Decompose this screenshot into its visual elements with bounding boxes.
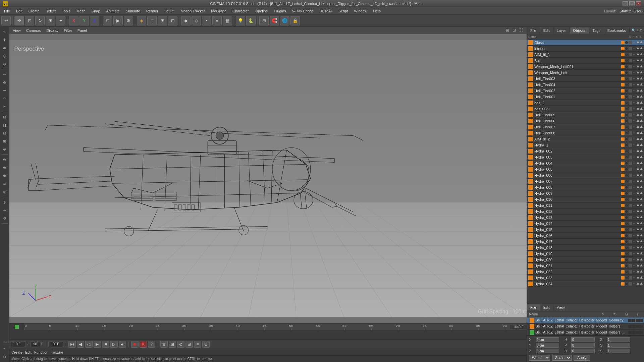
render-settings-button[interactable]: ⚙ xyxy=(124,16,133,25)
lock-button[interactable]: 🔒 xyxy=(290,16,300,25)
object-list-item[interactable]: bolt_2× xyxy=(527,100,644,106)
left-polygon-tool[interactable]: ⬡ xyxy=(1,52,8,60)
transform-button[interactable]: ⊞ xyxy=(46,16,55,25)
obj-render-dot[interactable] xyxy=(629,125,632,129)
obj-visibility-dot[interactable] xyxy=(625,65,628,68)
prev-frame-button[interactable]: ◀ xyxy=(77,341,84,348)
left-spline-tool[interactable]: 〜 xyxy=(1,87,8,94)
scale-dropdown[interactable]: Scale xyxy=(552,355,572,361)
left-cloner-tool[interactable]: ⊕ xyxy=(1,172,8,179)
obj-lock-dot[interactable]: × xyxy=(632,252,636,255)
object-list-item[interactable]: Hydra_024× xyxy=(527,281,644,287)
object-list-item[interactable]: Hydra_014× xyxy=(527,221,644,227)
obj-visibility-dot[interactable] xyxy=(625,222,628,225)
object-list-item[interactable]: Weapon_Mech_Left× xyxy=(527,70,644,76)
x-axis-button[interactable]: X xyxy=(69,16,78,25)
left-array-tool[interactable]: ⊛ xyxy=(1,164,8,171)
obj-visibility-dot[interactable] xyxy=(625,246,628,249)
obj-render-dot[interactable] xyxy=(629,119,632,123)
obj-lock-dot[interactable]: × xyxy=(632,186,636,189)
obj-render-dot[interactable] xyxy=(629,234,632,237)
record-button[interactable]: ⏺ xyxy=(131,341,139,348)
obj-visibility-dot[interactable] xyxy=(625,95,628,99)
object-mode-button[interactable]: □ xyxy=(103,16,112,25)
menu-select[interactable]: Select xyxy=(43,8,59,14)
obj-lock-dot[interactable]: × xyxy=(632,270,636,274)
obj-visibility-dot[interactable] xyxy=(625,192,628,195)
rotate-tool-button[interactable]: ↻ xyxy=(35,16,45,25)
scale-tool-button[interactable]: ⊡ xyxy=(25,16,34,25)
obj-visibility-dot[interactable] xyxy=(625,107,628,111)
top-view-btn[interactable]: ⊤ xyxy=(147,16,157,25)
obj-visibility-dot[interactable] xyxy=(625,282,628,286)
snap-button[interactable]: 🧲 xyxy=(270,16,279,25)
left-layer-tool[interactable]: ≡ xyxy=(1,345,8,353)
menu-create[interactable]: Create xyxy=(26,8,42,14)
obj-visibility-dot[interactable] xyxy=(625,101,628,105)
obj-render-dot[interactable] xyxy=(629,59,632,62)
obj-visibility-dot[interactable] xyxy=(625,119,628,123)
obj-visibility-dot[interactable] xyxy=(625,270,628,274)
obj-render-dot[interactable] xyxy=(629,216,632,219)
obj-visibility-dot[interactable] xyxy=(625,59,628,62)
viewport-canvas[interactable]: X Y Z Perspective Grid Spacing : 100 cm xyxy=(9,34,527,323)
obj-visibility-dot[interactable] xyxy=(625,137,628,141)
obj-visibility-dot[interactable] xyxy=(625,234,628,237)
object-list-item[interactable]: Bolt× xyxy=(527,58,644,64)
poly-mode-button[interactable]: ◆ xyxy=(181,16,191,25)
obj-visibility-dot[interactable] xyxy=(625,252,628,255)
left-bevel-tool[interactable]: ◨ xyxy=(1,121,8,129)
menu-help[interactable]: Help xyxy=(371,8,384,14)
python-button[interactable]: 🐍 xyxy=(246,16,256,25)
timeline-ruler[interactable]: 0 5 10 15 20 25 30 35 40 45 50 xyxy=(9,323,527,330)
obj-visibility-dot[interactable] xyxy=(625,210,628,213)
obj-visibility-dot[interactable] xyxy=(625,174,628,177)
obj-lock-dot[interactable]: × xyxy=(632,258,636,261)
viewport-menu-cameras[interactable]: Cameras xyxy=(25,28,43,33)
left-deform-tool[interactable]: ≋ xyxy=(1,180,8,187)
obj-visibility-dot[interactable] xyxy=(625,83,628,86)
menu-render[interactable]: Render xyxy=(144,8,161,14)
light-button[interactable]: 💡 xyxy=(236,16,245,25)
obj-render-dot[interactable] xyxy=(629,89,632,93)
object-list-item[interactable]: Hydra_002× xyxy=(527,148,644,154)
left-scripting-tool[interactable]: ⚙ xyxy=(1,215,8,222)
obj-render-dot[interactable] xyxy=(629,41,632,44)
left-settings-tool[interactable]: ⚙ xyxy=(1,353,8,361)
sz-input[interactable] xyxy=(607,349,630,353)
obj-visibility-dot[interactable] xyxy=(625,258,628,261)
mixer-button[interactable]: ≡ xyxy=(194,341,201,348)
menu-window[interactable]: Window xyxy=(351,8,370,14)
obj-render-dot[interactable] xyxy=(629,113,632,117)
obj-render-dot[interactable] xyxy=(629,258,632,261)
obj-render-dot[interactable] xyxy=(629,210,632,213)
x-input[interactable] xyxy=(536,337,559,342)
viewport-icon-1[interactable]: ⊞ xyxy=(506,28,511,33)
constraint-button[interactable]: ⊙ xyxy=(177,341,184,348)
materials-function[interactable]: Function xyxy=(34,350,48,354)
obj-lock-dot[interactable]: × xyxy=(632,107,636,111)
object-list-item[interactable]: Hell_Fire007× xyxy=(527,124,644,130)
obj-lock-dot[interactable]: × xyxy=(632,77,636,80)
obj-visibility-dot[interactable] xyxy=(625,77,628,80)
xpresso-button[interactable]: ⊟ xyxy=(185,341,193,348)
attr-helpers-row[interactable]: Bell_AH-1Z_Lethal_Combat_Helicopter_Rigg… xyxy=(527,323,644,329)
menu-simulate[interactable]: Simulate xyxy=(123,8,143,14)
obj-visibility-dot[interactable] xyxy=(625,264,628,267)
sx-input[interactable] xyxy=(607,337,630,342)
obj-render-dot[interactable] xyxy=(629,282,632,286)
search-icon[interactable]: 🔍 xyxy=(632,28,636,32)
left-fill-tool[interactable]: ⊞ xyxy=(1,137,8,145)
tab-edit[interactable]: Edit xyxy=(540,27,553,34)
obj-visibility-dot[interactable] xyxy=(625,168,628,171)
obj-render-dot[interactable] xyxy=(629,204,632,207)
left-rigging-tool[interactable]: ∿ xyxy=(1,206,8,214)
object-list-item[interactable]: Hydra_004× xyxy=(527,160,644,166)
apply-button[interactable]: Apply xyxy=(574,355,590,361)
object-list-item[interactable]: AIM_9l_1× xyxy=(527,52,644,58)
reverse-play-button[interactable]: ◁ xyxy=(85,341,93,348)
p-input[interactable] xyxy=(571,343,595,348)
grid-button[interactable]: ⊞ xyxy=(259,16,269,25)
object-list-item[interactable]: Hydra_005× xyxy=(527,166,644,172)
menu-animate[interactable]: Animate xyxy=(104,8,122,14)
